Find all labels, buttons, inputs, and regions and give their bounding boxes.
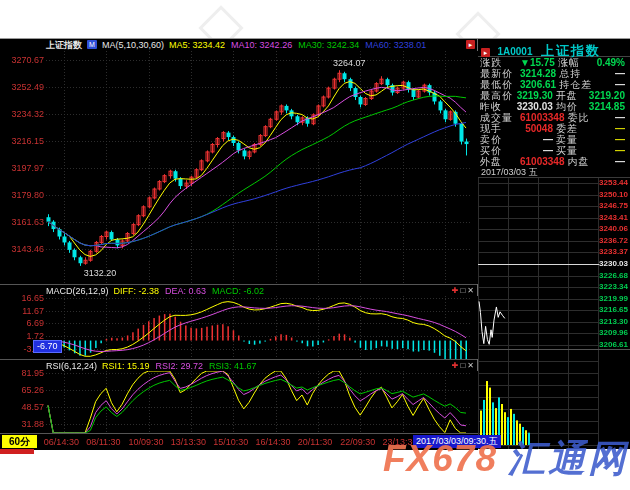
indicator-value: MA30: 3242.34 xyxy=(298,40,359,50)
macd-chart[interactable] xyxy=(0,296,478,359)
quote-field-value: 3214.85 xyxy=(589,101,628,112)
quote-rows: 涨跌▼15.75涨幅0.49%最新价3214.28总持—最低价3206.61持仓… xyxy=(478,57,630,167)
quote-field-label: 持仓差 xyxy=(559,79,595,90)
macd-name: MACD(26,12,9) xyxy=(46,285,109,296)
quote-field-value: — xyxy=(595,68,628,79)
indicator-value: MA5: 3234.42 xyxy=(169,40,225,50)
time-label: 08/11:30 xyxy=(86,437,120,447)
ma-values: MA5: 3234.42MA10: 3242.26MA30: 3242.34MA… xyxy=(169,39,432,51)
time-label: 10/09:30 xyxy=(129,437,164,447)
quote-field-label: 委差 xyxy=(556,123,592,134)
time-label: 06/14:30 xyxy=(44,437,79,447)
quote-field-value: — xyxy=(520,145,556,156)
quote-field-value: 3230.03 xyxy=(517,101,556,112)
quote-row: 最低价3206.61持仓差— xyxy=(478,79,630,90)
add-indicator-icon[interactable]: ✚ xyxy=(452,286,459,296)
maximize-panel-icon[interactable]: □ xyxy=(460,286,465,296)
candlestick-chart[interactable] xyxy=(0,51,478,284)
indicator-value: RSI2: 29.72 xyxy=(156,361,204,371)
bottom-red-indicator xyxy=(0,449,34,454)
indicator-icon[interactable]: M xyxy=(87,40,97,49)
indicator-value: MACD: -6.02 xyxy=(212,286,264,296)
maximize-panel-icon[interactable]: □ xyxy=(460,361,465,371)
quote-row: 买价—买量— xyxy=(478,145,630,156)
main-chart-header: 上证指数 M MA(5,10,30,60) MA5: 3234.42MA10: … xyxy=(0,39,477,51)
quote-field-label: 成交量 xyxy=(480,112,520,123)
quote-field-value: — xyxy=(520,134,556,145)
quote-header: ▸ 1A0001 上证指数 xyxy=(478,39,630,57)
macd-header: MACD(26,12,9) DIFF: -2.38DEA: 0.63MACD: … xyxy=(0,284,477,296)
time-label: 22/09:30 xyxy=(340,437,375,447)
macd-panel-icons: ✚ □ ✕ xyxy=(452,286,474,296)
indicator-value: MA60: 3238.01 xyxy=(365,40,426,50)
rsi-name: RSI(6,12,24) xyxy=(46,360,97,371)
trading-app-screenshot: 上证指数 M MA(5,10,30,60) MA5: 3234.42MA10: … xyxy=(0,0,630,490)
macd-min-badge: -6.70 xyxy=(33,340,62,353)
quote-field-label: 昨收 xyxy=(480,101,517,112)
quote-field-label: 涨幅 xyxy=(558,57,594,68)
quote-field-label: 买价 xyxy=(480,145,520,156)
quote-field-label: 买量 xyxy=(556,145,592,156)
quote-field-label: 最低价 xyxy=(480,79,520,90)
indicator-value: RSI1: 15.19 xyxy=(102,361,150,371)
quote-field-value: — xyxy=(592,145,628,156)
quote-field-label: 最高价 xyxy=(480,90,517,101)
quote-field-value: — xyxy=(592,134,628,145)
watermark-huitong: 汇通网 xyxy=(508,438,628,479)
quote-row: 成交量61003348委比— xyxy=(478,112,630,123)
indicator-value: DIFF: -2.38 xyxy=(114,286,160,296)
quote-row: 最新价3214.28总持— xyxy=(478,68,630,79)
quote-field-label: 总持 xyxy=(559,68,595,79)
quote-column: ▸ 1A0001 上证指数 涨跌▼15.75涨幅0.49%最新价3214.28总… xyxy=(478,39,630,447)
expand-arrow-icon[interactable]: ▸ xyxy=(466,40,475,49)
quote-field-value: 3206.61 xyxy=(520,79,559,90)
quote-date: 2017/03/03 五 xyxy=(478,167,630,178)
rsi-values: RSI1: 15.19RSI2: 29.72RSI3: 41.67 xyxy=(102,360,263,371)
quote-field-label: 内盘 xyxy=(568,156,604,167)
quote-field-label: 现手 xyxy=(480,123,520,134)
quote-field-value: 61003348 xyxy=(520,156,568,167)
ma-settings-label: MA(5,10,30,60) xyxy=(102,39,164,51)
close-panel-icon[interactable]: ✕ xyxy=(467,361,474,371)
quote-field-label: 涨跌 xyxy=(480,57,520,68)
quote-field-value: — xyxy=(604,112,629,123)
rsi-panel-icons: ✚ □ ✕ xyxy=(452,361,474,371)
quote-row: 卖价—卖量— xyxy=(478,134,630,145)
symbol-code: 1A0001 xyxy=(497,46,532,57)
rsi-header: RSI(6,12,24) RSI1: 15.19RSI2: 29.72RSI3:… xyxy=(0,359,477,371)
quote-field-value: 0.49% xyxy=(594,57,628,68)
quote-row: 最高价3219.30开盘3219.20 xyxy=(478,90,630,101)
intraday-chart[interactable] xyxy=(478,178,630,349)
rsi-chart[interactable] xyxy=(0,371,478,433)
macd-values: DIFF: -2.38DEA: 0.63MACD: -6.02 xyxy=(114,285,271,296)
quote-field-label: 均价 xyxy=(556,101,589,112)
quote-row: 昨收3230.03均价3214.85 xyxy=(478,101,630,112)
time-label: 15/10:30 xyxy=(213,437,248,447)
quote-field-label: 卖量 xyxy=(556,134,592,145)
period-selector-badge[interactable]: 60分 xyxy=(2,435,37,448)
quote-field-value: — xyxy=(604,156,629,167)
close-panel-icon[interactable]: ✕ xyxy=(467,286,474,296)
quote-row: 外盘61003348内盘— xyxy=(478,156,630,167)
time-label: 16/14:30 xyxy=(256,437,291,447)
quote-field-value: 50048 xyxy=(520,123,556,134)
quote-field-value: — xyxy=(592,123,628,134)
indicator-value: RSI3: 41.67 xyxy=(209,361,257,371)
quote-field-label: 卖价 xyxy=(480,134,520,145)
indicator-value: MA10: 3242.26 xyxy=(231,40,292,50)
add-indicator-icon[interactable]: ✚ xyxy=(452,361,459,371)
symbol-title: 上证指数 xyxy=(46,39,82,51)
chart-window: 上证指数 M MA(5,10,30,60) MA5: 3234.42MA10: … xyxy=(0,38,630,448)
quote-field-value: — xyxy=(595,79,628,90)
quote-row: 现手50048委差— xyxy=(478,123,630,134)
quote-field-label: 委比 xyxy=(568,112,604,123)
time-label: 20/11:30 xyxy=(298,437,332,447)
quote-field-value: ▼15.75 xyxy=(520,57,558,68)
market-arrow-icon[interactable]: ▸ xyxy=(481,48,490,57)
quote-field-value: 3219.20 xyxy=(589,90,628,101)
chart-column: 上证指数 M MA(5,10,30,60) MA5: 3234.42MA10: … xyxy=(0,39,478,447)
indicator-value: DEA: 0.63 xyxy=(165,286,206,296)
quote-field-label: 外盘 xyxy=(480,156,520,167)
time-label: 13/13:30 xyxy=(171,437,206,447)
quote-field-value: 3214.28 xyxy=(520,68,559,79)
